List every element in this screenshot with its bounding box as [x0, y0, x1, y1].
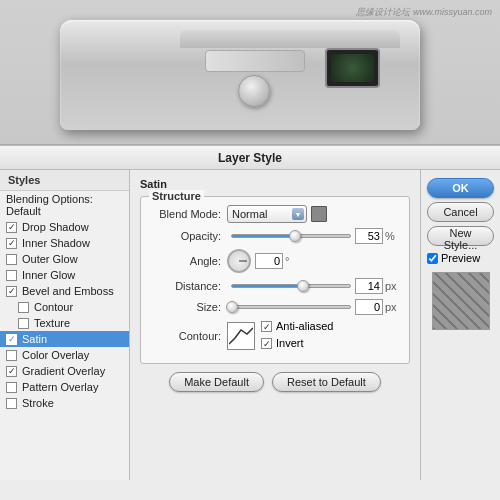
structure-label: Structure — [149, 190, 204, 202]
size-label: Size: — [151, 301, 221, 313]
styles-panel: Styles Blending Options: Default ✓ Drop … — [0, 170, 130, 480]
contour-checkbox[interactable] — [18, 302, 29, 313]
sidebar-item-gradient-overlay[interactable]: ✓ Gradient Overlay — [0, 363, 129, 379]
sidebar-item-inner-shadow[interactable]: ✓ Inner Shadow — [0, 235, 129, 251]
contour-label: Contour: — [151, 330, 221, 342]
opacity-row: Opacity: % — [151, 228, 399, 244]
size-slider[interactable] — [231, 305, 351, 309]
sidebar-item-texture[interactable]: Texture — [0, 315, 129, 331]
gradient-overlay-checkbox[interactable]: ✓ — [6, 366, 17, 377]
contour-row: Contour: Anti-aliased Invert — [151, 320, 399, 352]
opacity-slider-row: % — [227, 228, 399, 244]
blend-mode-row: Blend Mode: Normal ▼ — [151, 205, 399, 223]
distance-row: Distance: px — [151, 278, 399, 294]
sidebar-item-stroke[interactable]: Stroke — [0, 395, 129, 411]
dialog-title: Layer Style — [0, 146, 500, 170]
angle-needle — [239, 261, 247, 262]
opacity-unit: % — [385, 230, 399, 242]
camera-top — [180, 30, 400, 48]
drop-shadow-checkbox[interactable]: ✓ — [6, 222, 17, 233]
angle-input[interactable] — [255, 253, 283, 269]
size-slider-row: px — [227, 299, 399, 315]
sidebar-item-color-overlay[interactable]: Color Overlay — [0, 347, 129, 363]
angle-unit: ° — [285, 255, 299, 267]
distance-unit: px — [385, 280, 399, 292]
distance-slider-row: px — [227, 278, 399, 294]
size-row: Size: px — [151, 299, 399, 315]
make-default-button[interactable]: Make Default — [169, 372, 264, 392]
satin-section-title: Satin — [140, 178, 410, 190]
sidebar-item-blending[interactable]: Blending Options: Default — [0, 191, 129, 219]
invert-label: Invert — [276, 337, 304, 349]
distance-label: Distance: — [151, 280, 221, 292]
blend-mode-select[interactable]: Normal — [227, 205, 307, 223]
contour-options: Anti-aliased Invert — [261, 320, 333, 352]
layer-style-dialog: Layer Style Styles Blending Options: Def… — [0, 145, 500, 480]
size-slider-thumb — [226, 301, 238, 313]
dialog-body: Styles Blending Options: Default ✓ Drop … — [0, 170, 500, 480]
sidebar-item-pattern-overlay[interactable]: Pattern Overlay — [0, 379, 129, 395]
new-style-button[interactable]: New Style... — [427, 226, 494, 246]
anti-aliased-label: Anti-aliased — [276, 320, 333, 332]
pattern-overlay-checkbox[interactable] — [6, 382, 17, 393]
watermark: 思缘设计论坛 www.missyuan.com — [356, 6, 492, 19]
sidebar-item-contour[interactable]: Contour — [0, 299, 129, 315]
sidebar-item-inner-glow[interactable]: Inner Glow — [0, 267, 129, 283]
preview-thumbnail — [432, 272, 490, 330]
blend-mode-select-wrap: Normal ▼ — [227, 205, 307, 223]
camera-dial — [238, 75, 270, 107]
angle-dial[interactable] — [227, 249, 251, 273]
ok-button[interactable]: OK — [427, 178, 494, 198]
stroke-checkbox[interactable] — [6, 398, 17, 409]
satin-checkbox[interactable]: ✓ — [6, 334, 17, 345]
preview-checkbox[interactable] — [427, 253, 438, 264]
opacity-slider[interactable] — [231, 234, 351, 238]
texture-checkbox[interactable] — [18, 318, 29, 329]
sidebar-item-satin[interactable]: ✓ Satin — [0, 331, 129, 347]
sidebar-item-outer-glow[interactable]: Outer Glow — [0, 251, 129, 267]
structure-group: Structure Blend Mode: Normal ▼ Opacity: — [140, 196, 410, 364]
opacity-slider-thumb — [289, 230, 301, 242]
satin-settings: Satin Structure Blend Mode: Normal ▼ — [130, 170, 420, 480]
cancel-button[interactable]: Cancel — [427, 202, 494, 222]
invert-checkbox[interactable] — [261, 338, 272, 349]
blend-mode-color-swatch[interactable] — [311, 206, 327, 222]
sidebar-item-drop-shadow[interactable]: ✓ Drop Shadow — [0, 219, 129, 235]
angle-label: Angle: — [151, 255, 221, 267]
camera-body — [60, 20, 420, 130]
inner-glow-checkbox[interactable] — [6, 270, 17, 281]
reset-default-button[interactable]: Reset to Default — [272, 372, 381, 392]
preview-label: Preview — [441, 252, 480, 264]
opacity-input[interactable] — [355, 228, 383, 244]
size-input[interactable] — [355, 299, 383, 315]
distance-input[interactable] — [355, 278, 383, 294]
invert-row: Invert — [261, 337, 333, 349]
bottom-buttons: Make Default Reset to Default — [140, 372, 410, 392]
right-buttons-panel: OK Cancel New Style... Preview — [420, 170, 500, 480]
anti-aliased-checkbox[interactable] — [261, 321, 272, 332]
styles-header: Styles — [0, 170, 129, 191]
camera-lens — [205, 50, 305, 72]
bevel-emboss-checkbox[interactable]: ✓ — [6, 286, 17, 297]
inner-shadow-checkbox[interactable]: ✓ — [6, 238, 17, 249]
camera-viewfinder — [325, 48, 380, 88]
color-overlay-checkbox[interactable] — [6, 350, 17, 361]
outer-glow-checkbox[interactable] — [6, 254, 17, 265]
opacity-label: Opacity: — [151, 230, 221, 242]
blend-mode-label: Blend Mode: — [151, 208, 221, 220]
size-unit: px — [385, 301, 399, 313]
distance-slider-thumb — [297, 280, 309, 292]
sidebar-item-bevel-emboss[interactable]: ✓ Bevel and Emboss — [0, 283, 129, 299]
preview-row: Preview — [427, 252, 494, 264]
contour-thumbnail[interactable] — [227, 322, 255, 350]
camera-image: 思缘设计论坛 www.missyuan.com — [0, 0, 500, 145]
distance-slider[interactable] — [231, 284, 351, 288]
anti-aliased-row: Anti-aliased — [261, 320, 333, 332]
angle-row: Angle: ° — [151, 249, 399, 273]
